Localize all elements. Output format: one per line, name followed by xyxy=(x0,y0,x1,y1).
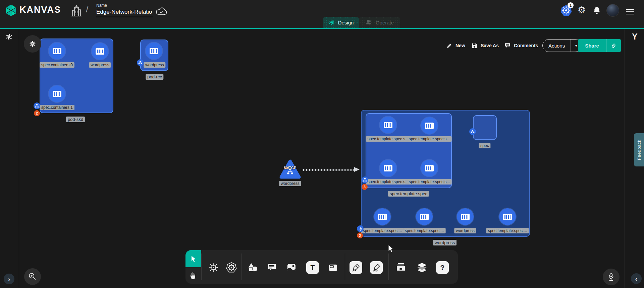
settings-gear-icon[interactable]: ⚙ xyxy=(578,5,586,15)
container-node-spec-containers-0[interactable] xyxy=(49,43,65,59)
container-node-deploy-2[interactable] xyxy=(457,208,474,225)
container-icon xyxy=(425,165,434,171)
sitemap-icon xyxy=(471,130,475,134)
menu-hamburger-icon[interactable] xyxy=(626,7,634,16)
container-node-deploy-1[interactable] xyxy=(416,208,433,225)
group-label: wordpress xyxy=(433,240,457,245)
comment-tool-icon xyxy=(266,262,277,273)
sidebar-spiral-icon[interactable] xyxy=(5,33,13,42)
container-node-template-2[interactable] xyxy=(380,160,396,176)
container-icon xyxy=(53,48,61,54)
node-type-badge[interactable] xyxy=(469,128,476,135)
container-node-template-0[interactable] xyxy=(380,117,396,133)
layers-icon xyxy=(416,262,428,273)
tool-kubernetes[interactable] xyxy=(224,260,239,275)
context-count-badge: 1 xyxy=(568,2,574,8)
brand-wordmark: KANVAS xyxy=(19,5,61,15)
node-type-badge[interactable] xyxy=(137,59,144,66)
tool-text[interactable]: T xyxy=(305,260,320,275)
drawer-icon xyxy=(395,262,407,273)
group-label: spec.template.spec xyxy=(388,191,429,197)
container-node-deploy-0[interactable] xyxy=(374,208,391,225)
tool-pan-hand[interactable] xyxy=(185,267,201,284)
node-label: spec.containers.0 xyxy=(40,62,74,68)
container-icon xyxy=(96,48,104,55)
tab-operate[interactable]: Operate xyxy=(359,17,400,28)
expand-left-panel-button[interactable]: › xyxy=(4,274,14,284)
node-type-badge[interactable] xyxy=(34,102,40,109)
tool-image[interactable] xyxy=(284,260,299,275)
tool-shapes[interactable] xyxy=(245,260,260,275)
design-name-input[interactable] xyxy=(96,8,153,17)
help-icon: ? xyxy=(436,261,449,274)
service-node-wordpress[interactable] xyxy=(279,159,301,181)
breadcrumb-separator: / xyxy=(86,4,89,15)
deployment-type-badge[interactable] xyxy=(357,225,364,232)
zoom-button[interactable] xyxy=(24,268,41,285)
new-button[interactable]: New xyxy=(446,42,465,50)
copy-link-button[interactable] xyxy=(606,39,621,52)
comments-button[interactable]: Comments xyxy=(504,42,538,50)
node-type-badge[interactable] xyxy=(362,176,368,183)
tool-pen-path[interactable] xyxy=(348,260,363,275)
tool-freehand[interactable] xyxy=(369,260,384,275)
issue-count-badge[interactable]: 3 xyxy=(357,232,363,238)
caret-down-icon: ▼ xyxy=(575,44,578,48)
node-label: wordpress xyxy=(454,228,476,233)
right-dock-handle[interactable]: Y xyxy=(632,32,638,42)
magnifier-plus-icon xyxy=(28,272,37,281)
group-label: pod-skd xyxy=(66,117,85,122)
toolbar-divider xyxy=(201,254,202,280)
tab-design[interactable]: Design xyxy=(323,17,359,28)
tool-components[interactable] xyxy=(206,260,221,275)
edge-arrowhead-icon xyxy=(354,167,360,172)
ink-pen-button[interactable] xyxy=(603,269,620,285)
group-label: pod-rcc xyxy=(146,74,163,80)
cloud-saved-icon xyxy=(155,7,167,18)
canvas-settings-button[interactable] xyxy=(24,35,41,53)
container-icon xyxy=(384,122,392,128)
tool-comment[interactable] xyxy=(264,260,279,275)
tool-select-cursor[interactable] xyxy=(185,250,201,267)
organization-icon[interactable] xyxy=(71,4,82,18)
kanvas-logo-icon[interactable] xyxy=(5,4,17,18)
sitemap-icon xyxy=(35,104,39,108)
container-icon xyxy=(461,214,470,220)
container-icon xyxy=(420,214,429,220)
container-node-wordpress[interactable] xyxy=(92,43,108,60)
node-label: spec.template.spec.... xyxy=(486,228,529,233)
save-as-button[interactable]: Save As xyxy=(471,42,499,50)
container-node-template-1[interactable] xyxy=(421,117,438,134)
container-node-wordpress-rcc[interactable] xyxy=(146,43,162,59)
container-node-deploy-3[interactable] xyxy=(499,208,516,225)
issue-count-badge[interactable]: 3 xyxy=(362,184,368,190)
group-spec-template-spec[interactable] xyxy=(366,113,452,188)
edge-port-label: 80/TCP xyxy=(284,166,296,170)
toolbar-divider xyxy=(241,254,242,280)
tool-drawer[interactable] xyxy=(393,260,408,275)
notifications-bell-icon[interactable] xyxy=(592,6,601,16)
operate-people-icon xyxy=(365,19,373,26)
shapes-icon xyxy=(247,262,258,273)
gear-asterisk-icon xyxy=(29,40,36,48)
share-split-button[interactable]: Share xyxy=(578,39,621,52)
comments-label: Comments xyxy=(514,43,538,48)
actions-split-button[interactable]: Actions ▼ xyxy=(542,39,582,52)
sitemap-icon xyxy=(138,61,142,65)
issue-count-badge[interactable]: 2 xyxy=(34,110,40,116)
actions-label: Actions xyxy=(543,40,571,52)
node-label: spec.template.spec.... xyxy=(361,228,404,233)
top-navbar: KANVAS / Name Design xyxy=(0,0,644,29)
sitemap-icon xyxy=(363,178,367,182)
tool-layers[interactable] xyxy=(415,260,429,275)
expand-right-panel-button[interactable]: ‹ xyxy=(631,273,642,284)
tool-help[interactable]: ? xyxy=(435,260,450,275)
kubernetes-helm-icon xyxy=(226,262,237,273)
tool-note[interactable] xyxy=(326,260,340,275)
feedback-tab[interactable]: Feedback xyxy=(634,133,644,166)
container-node-template-3[interactable] xyxy=(421,160,438,176)
network-edge[interactable] xyxy=(302,169,355,171)
node-spec[interactable] xyxy=(473,115,497,140)
container-node-spec-containers-1[interactable] xyxy=(49,85,65,102)
user-avatar[interactable] xyxy=(606,4,619,17)
